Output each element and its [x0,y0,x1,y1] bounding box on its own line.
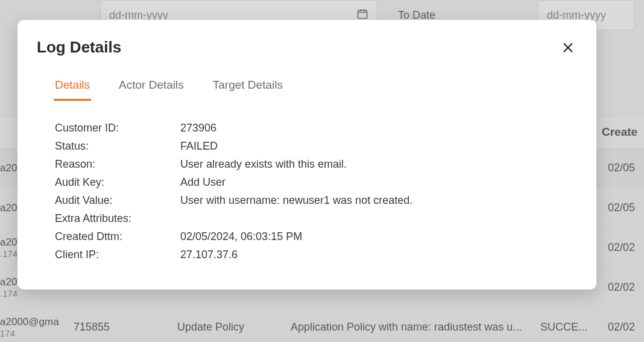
detail-row-status: Status: FAILED [55,140,577,153]
detail-label: Extra Attributes: [55,212,180,225]
detail-value: 27.107.37.6 [180,249,238,261]
close-button[interactable] [559,39,577,57]
modal-title: Log Details [37,38,121,57]
detail-row-reason: Reason: User already exists with this em… [55,158,577,171]
detail-label: Audit Key: [55,176,180,189]
modal-overlay[interactable]: Log Details Details Actor Details Target… [0,0,644,342]
detail-value: User with username: newuser1 was not cre… [180,194,412,207]
detail-value: FAILED [180,140,218,153]
detail-row-client-ip: Client IP: 27.107.37.6 [55,249,577,261]
close-icon [561,47,575,56]
detail-value: User already exists with this email. [180,158,347,171]
details-panel: Customer ID: 273906 Status: FAILED Reaso… [55,122,577,261]
detail-row-extra-attributes: Extra Attributes: [55,212,577,225]
detail-row-created-dttm: Created Dttm: 02/05/2024, 06:03:15 PM [55,230,577,243]
detail-value: 02/05/2024, 06:03:15 PM [180,230,302,243]
detail-row-audit-value: Audit Value: User with username: newuser… [55,194,577,207]
detail-label: Client IP: [55,249,180,261]
detail-label: Reason: [55,158,180,171]
tab-bar: Details Actor Details Target Details [37,74,577,101]
tab-actor-details[interactable]: Actor Details [118,74,185,101]
log-details-modal: Log Details Details Actor Details Target… [17,20,596,290]
detail-row-customer-id: Customer ID: 273906 [55,122,577,135]
detail-value: Add User [180,176,226,189]
detail-label: Audit Value: [55,194,180,207]
detail-row-audit-key: Audit Key: Add User [55,176,577,189]
detail-label: Customer ID: [55,122,180,135]
tab-target-details[interactable]: Target Details [212,74,284,101]
detail-label: Created Dttm: [55,230,180,243]
detail-value: 273906 [180,122,216,135]
tab-details[interactable]: Details [54,74,91,101]
detail-label: Status: [55,140,180,153]
